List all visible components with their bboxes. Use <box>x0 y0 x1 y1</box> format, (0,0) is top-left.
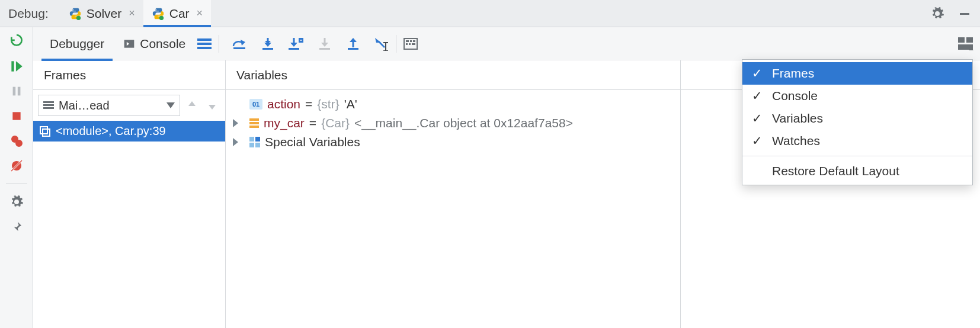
popup-item-label: Console <box>772 89 818 103</box>
check-icon: ✓ <box>751 111 764 126</box>
variables-panel-title: Variables <box>226 60 681 89</box>
step-out-icon[interactable] <box>345 36 361 52</box>
svg-point-12 <box>15 140 23 147</box>
svg-rect-6 <box>960 13 969 15</box>
frame-row[interactable]: <module>, Car.py:39 <box>33 121 225 142</box>
step-into-my-code-icon[interactable] <box>288 36 305 52</box>
debugger-toolbar: Debugger Console <box>33 27 980 60</box>
svg-rect-7 <box>11 61 14 71</box>
svg-rect-20 <box>233 47 245 49</box>
popup-item-label: Variables <box>772 111 823 126</box>
run-to-cursor-icon[interactable] <box>373 36 390 52</box>
popup-item-console[interactable]: ✓ Console <box>742 85 972 107</box>
force-step-into-icon[interactable] <box>316 36 333 52</box>
breakpoints-icon[interactable] <box>8 133 25 149</box>
variable-value: 'A' <box>344 97 357 111</box>
frame-icon <box>39 126 51 137</box>
equals-sign: = <box>305 97 312 111</box>
svg-rect-50 <box>40 127 47 134</box>
popup-item-variables[interactable]: ✓ Variables <box>742 107 972 130</box>
tab-solver[interactable]: Solver × <box>60 0 143 27</box>
close-icon[interactable]: × <box>126 6 137 21</box>
equals-sign: = <box>309 116 316 130</box>
svg-rect-49 <box>43 107 54 109</box>
evaluate-expression-icon[interactable] <box>402 36 419 52</box>
variable-type: {Car} <box>321 116 350 130</box>
variable-row[interactable]: my_car = {Car} <__main__.Car object at 0… <box>229 114 677 133</box>
popup-item-frames[interactable]: ✓ Frames <box>742 62 972 85</box>
mute-breakpoints-icon[interactable] <box>8 157 25 174</box>
prev-frame-icon[interactable] <box>184 97 200 114</box>
svg-point-3 <box>155 9 156 10</box>
tab-console[interactable]: Console <box>113 27 196 60</box>
variable-row[interactable]: 01 action = {str} 'A' <box>229 95 677 114</box>
svg-rect-47 <box>43 101 54 103</box>
tab-solver-label: Solver <box>87 7 122 21</box>
svg-point-2 <box>76 15 81 20</box>
next-frame-icon[interactable] <box>204 97 220 114</box>
variable-value: <__main__.Car object at 0x12aaf7a58> <box>354 116 573 130</box>
step-over-icon[interactable] <box>231 36 248 52</box>
close-icon[interactable]: × <box>194 6 206 21</box>
special-vars-icon <box>249 137 260 147</box>
pause-icon[interactable] <box>8 83 25 99</box>
svg-rect-8 <box>12 87 15 96</box>
check-icon: ✓ <box>751 89 764 103</box>
pin-icon[interactable] <box>8 218 25 235</box>
tab-car-label: Car <box>169 7 190 21</box>
layout-settings-icon[interactable] <box>957 36 974 52</box>
settings-gear-icon[interactable] <box>8 194 25 210</box>
gear-icon[interactable] <box>929 5 946 22</box>
value-badge-icon: 01 <box>249 99 262 110</box>
svg-rect-9 <box>17 87 20 96</box>
minimize-icon[interactable] <box>956 5 973 22</box>
svg-rect-41 <box>406 43 408 45</box>
svg-rect-48 <box>43 104 54 106</box>
svg-rect-51 <box>43 129 50 136</box>
svg-rect-17 <box>197 38 212 41</box>
popup-item-label: Frames <box>772 66 814 81</box>
svg-rect-28 <box>299 41 303 43</box>
chevron-down-icon <box>166 102 175 108</box>
svg-point-5 <box>159 15 164 20</box>
variable-row[interactable]: Special Variables <box>229 133 677 152</box>
frames-panel-title: Frames <box>33 60 226 89</box>
threads-icon[interactable] <box>196 36 213 52</box>
svg-rect-38 <box>406 40 409 42</box>
thread-lines-icon <box>43 101 54 110</box>
variables-panel: 01 action = {str} 'A' my_car = {Car} <__… <box>226 90 681 328</box>
expand-chevron-icon[interactable] <box>232 119 245 127</box>
variable-name: action <box>267 97 300 111</box>
thread-dropdown[interactable]: Mai…ead <box>38 95 180 116</box>
check-icon: ✓ <box>751 66 764 81</box>
popup-item-restore-layout[interactable]: Restore Default Layout <box>742 160 972 182</box>
expand-chevron-icon[interactable] <box>232 138 245 146</box>
tab-debugger[interactable]: Debugger <box>41 27 113 60</box>
rerun-icon[interactable] <box>8 33 25 50</box>
python-file-icon <box>152 7 165 20</box>
svg-rect-42 <box>409 43 411 45</box>
svg-rect-27 <box>299 38 303 40</box>
popup-item-watches[interactable]: ✓ Watches <box>742 130 972 152</box>
svg-rect-18 <box>197 43 212 45</box>
svg-rect-43 <box>412 43 415 45</box>
svg-rect-19 <box>197 47 212 49</box>
svg-rect-44 <box>958 37 965 43</box>
frames-panel: Mai…ead <module>, Car.py:39 <box>33 90 226 328</box>
tab-car[interactable]: Car × <box>143 0 211 27</box>
console-icon <box>123 38 135 50</box>
python-file-icon <box>69 7 82 20</box>
svg-rect-22 <box>262 48 273 50</box>
svg-rect-40 <box>413 40 415 42</box>
layout-popup-menu: ✓ Frames ✓ Console ✓ Variables ✓ Watches… <box>742 59 973 185</box>
svg-rect-32 <box>348 48 358 50</box>
variable-label: Special Variables <box>265 135 360 149</box>
debug-title: Debug: <box>0 0 60 27</box>
stop-icon[interactable] <box>8 108 25 124</box>
resume-icon[interactable] <box>8 58 25 75</box>
frame-row-label: <module>, Car.py:39 <box>56 124 166 138</box>
svg-rect-45 <box>966 37 973 43</box>
step-into-icon[interactable] <box>260 36 276 52</box>
thread-dropdown-label: Mai…ead <box>59 99 162 112</box>
tab-console-label: Console <box>140 37 185 51</box>
